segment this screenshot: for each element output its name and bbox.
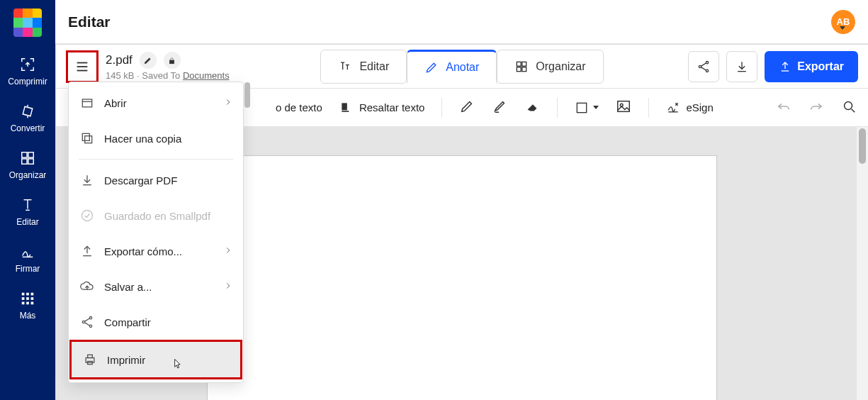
esign-tool[interactable]: eSign <box>666 101 713 115</box>
menu-copy[interactable]: Hacer una copia <box>69 121 243 156</box>
left-sidebar: Comprimir Convertir Organizar Editar Fir… <box>0 0 55 400</box>
tab-edit[interactable]: Editar <box>320 50 407 84</box>
chevron-right-icon <box>223 97 233 109</box>
user-avatar[interactable]: AB <box>831 10 855 34</box>
menu-save-to[interactable]: Salvar a... <box>69 269 243 304</box>
highlight-icon: A <box>339 101 354 115</box>
svg-point-66 <box>89 325 91 327</box>
chevron-right-icon <box>223 245 233 257</box>
image-tool[interactable] <box>616 99 631 117</box>
text-tool-partial[interactable]: o de texto <box>276 101 322 113</box>
menu-download[interactable]: Descargar PDF <box>69 162 243 198</box>
share-icon <box>80 315 94 329</box>
eraser-icon <box>524 99 540 114</box>
sidebar-item-compress[interactable]: Comprimir <box>0 50 55 96</box>
svg-rect-47 <box>618 101 630 111</box>
pencil-tool[interactable] <box>459 99 475 117</box>
header-actions: Exportar <box>688 45 858 89</box>
page-title: Editar <box>68 13 111 30</box>
lock-button[interactable] <box>164 52 181 69</box>
svg-point-33 <box>706 62 709 64</box>
svg-rect-30 <box>522 62 526 66</box>
cloud-upload-icon <box>80 279 94 294</box>
shape-tool[interactable] <box>575 101 599 115</box>
sidebar-item-label: Convertir <box>11 123 45 133</box>
svg-rect-20 <box>31 302 34 305</box>
svg-point-52 <box>845 101 852 109</box>
search-icon <box>841 99 857 114</box>
export-button[interactable]: Exportar <box>765 51 858 82</box>
svg-rect-24 <box>170 60 175 63</box>
sidebar-item-organize[interactable]: Organizar <box>0 143 55 190</box>
redo-button[interactable] <box>808 99 824 117</box>
file-name: 2.pdf <box>106 53 133 67</box>
svg-rect-29 <box>517 62 522 66</box>
svg-rect-18 <box>22 302 25 305</box>
sign-icon <box>20 244 35 260</box>
sidebar-item-sign[interactable]: Firmar <box>0 237 55 284</box>
svg-rect-31 <box>517 67 522 71</box>
file-dropdown-menu: Abrir Hacer una copia Descargar PDF Guar… <box>68 82 244 383</box>
tab-organize[interactable]: Organizar <box>497 50 603 84</box>
sidebar-item-label: Más <box>20 311 36 321</box>
sidebar-item-label: Firmar <box>16 264 40 274</box>
highlight-tool[interactable]: A Resaltar texto <box>339 101 425 115</box>
edit-icon <box>20 197 35 213</box>
vertical-scrollbar[interactable] <box>857 127 868 400</box>
menu-scrollbar[interactable] <box>243 82 252 382</box>
share-button[interactable] <box>688 51 719 82</box>
undo-button[interactable] <box>776 99 791 117</box>
avatar-caret-icon <box>840 26 845 30</box>
tab-annotate[interactable]: Anotar <box>407 50 497 84</box>
printer-icon <box>83 352 97 367</box>
eraser-tool[interactable] <box>524 99 540 117</box>
menu-scroll-thumb[interactable] <box>244 82 250 108</box>
scroll-thumb[interactable] <box>859 128 866 164</box>
file-menu-button[interactable] <box>66 50 98 83</box>
pencil-icon <box>459 99 475 114</box>
export-icon <box>779 60 791 73</box>
svg-rect-57 <box>82 133 89 140</box>
menu-open[interactable]: Abrir <box>69 85 243 121</box>
sidebar-item-label: Editar <box>16 217 38 227</box>
svg-rect-56 <box>85 136 92 143</box>
download-button[interactable] <box>726 51 757 82</box>
organize-icon <box>20 150 35 166</box>
svg-rect-4 <box>22 152 27 157</box>
svg-rect-7 <box>28 159 33 164</box>
sidebar-item-edit[interactable]: Editar <box>0 190 55 237</box>
marker-tool[interactable] <box>492 99 507 117</box>
search-button[interactable] <box>841 99 857 117</box>
svg-line-36 <box>701 63 706 66</box>
svg-rect-6 <box>22 159 27 164</box>
svg-line-37 <box>701 67 706 70</box>
menu-share[interactable]: Compartir <box>69 304 243 340</box>
hamburger-icon <box>74 59 90 74</box>
download-icon <box>80 173 94 187</box>
svg-line-68 <box>85 323 90 326</box>
toolbar-divider <box>441 98 442 118</box>
pdf-page[interactable] <box>207 155 717 400</box>
marker-icon <box>492 99 507 114</box>
menu-separator <box>79 159 233 160</box>
sidebar-item-label: Organizar <box>9 170 47 180</box>
svg-point-35 <box>706 70 709 72</box>
image-icon <box>616 99 631 114</box>
rename-button[interactable] <box>140 52 157 69</box>
redo-icon <box>808 99 824 114</box>
svg-rect-14 <box>31 293 34 296</box>
folder-open-icon <box>80 96 94 110</box>
sidebar-item-more[interactable]: Más <box>0 284 55 330</box>
pencil-icon <box>424 60 439 74</box>
pencil-icon <box>143 56 152 65</box>
sidebar-item-convert[interactable]: Convertir <box>0 96 55 143</box>
app-logo[interactable] <box>13 9 42 37</box>
saved-location-link[interactable]: Documents <box>183 70 230 81</box>
svg-rect-44 <box>342 111 349 112</box>
menu-print[interactable]: Imprimir <box>72 342 240 377</box>
share-icon <box>697 60 711 74</box>
svg-text:A: A <box>343 104 346 109</box>
menu-export-as[interactable]: Exportar cómo... <box>69 233 243 269</box>
svg-rect-1 <box>23 106 32 116</box>
svg-rect-46 <box>577 103 587 112</box>
